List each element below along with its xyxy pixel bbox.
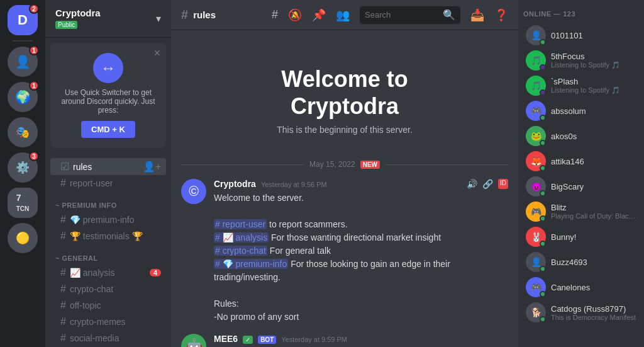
member-item-abssolum[interactable]: 🎮 abssolum	[521, 98, 641, 123]
server-icon-2[interactable]: 🌍 1	[8, 82, 38, 112]
channel-item-report-user[interactable]: # report-user	[50, 175, 166, 191]
member-item-canelones[interactable]: 🎮 Canelones	[521, 275, 641, 300]
server-separator	[13, 40, 33, 42]
member-name-attika146: attika146	[551, 157, 636, 166]
channel-mention-premium-info[interactable]: # 💎 premium-info	[214, 259, 288, 269]
add-member-icon[interactable]: 👤+	[143, 161, 161, 173]
help-icon[interactable]: ❓	[494, 8, 508, 22]
bot-badge: BOT	[258, 336, 276, 344]
channel-item-crypto-chat[interactable]: # crypto-chat	[50, 281, 166, 297]
member-item-attika146[interactable]: 🦊 attika146	[521, 149, 641, 174]
member-name-buzz4693: Buzz4693	[551, 258, 636, 267]
member-status-splash: Listening to Spotify 🎵	[551, 86, 636, 94]
member-status-5thFocus: Listening to Spotify 🎵	[551, 61, 636, 69]
member-item-bunny[interactable]: 🐰 Bunny!	[521, 224, 641, 249]
server-icon-4[interactable]: ⚙️ 3	[8, 152, 38, 183]
member-item-5thFocus[interactable]: 🎵 5thFocus Listening to Spotify 🎵	[521, 48, 641, 73]
welcome-section: Welcome toCryptodra This is the beginnin…	[181, 40, 508, 150]
channel-name-crypto-chat: crypto-chat	[70, 284, 113, 294]
members-online-header: ONLINE — 123	[518, 0, 644, 23]
channel-name-report-user: report-user	[70, 178, 113, 188]
quick-switcher-description: Use Quick Switcher to get around Discord…	[60, 88, 156, 115]
search-bar[interactable]: 🔍	[360, 6, 460, 24]
channel-name-crypto-memes: crypto-memes	[70, 317, 126, 327]
inbox-icon[interactable]: 📥	[470, 8, 484, 22]
member-info-abssolum: abssolum	[551, 106, 636, 116]
channel-item-off-topic[interactable]: # off-topic	[50, 297, 166, 314]
channel-name-analysis: 📈 analysis	[70, 268, 114, 278]
member-item-buzz4693[interactable]: 👤 Buzz4693	[521, 249, 641, 275]
server-icon-3[interactable]: 🎭	[8, 117, 38, 147]
member-info-0101101: 0101101	[551, 31, 636, 40]
hash-icon: #	[60, 333, 66, 344]
hash-icon: ☑	[60, 161, 69, 173]
quick-switcher-shortcut[interactable]: CMD + K	[81, 121, 135, 138]
online-status-dot	[540, 39, 546, 45]
member-name-bunny: Bunny!	[551, 232, 636, 242]
member-info-bigscary: BigScary	[551, 182, 636, 191]
hash-icon: #	[181, 8, 188, 22]
avatar-cryptodra: ©	[181, 179, 206, 204]
channel-mention-crypto-chat[interactable]: # crypto-chat	[214, 246, 267, 256]
server-badge-4: 3	[29, 151, 39, 161]
online-status-dot-abssolum	[540, 115, 546, 121]
main-header: # rules # 🔕 📌 👥 🔍 📥 ❓	[171, 0, 518, 30]
member-name-catdogs: Catdogs (Russ8797)	[551, 304, 636, 314]
member-info-bunny: Bunny!	[551, 232, 636, 242]
hash-icon: #	[60, 230, 66, 242]
mute-icon[interactable]: 🔕	[288, 8, 302, 22]
server-name-header[interactable]: Cryptodra Public ▾	[45, 0, 171, 38]
avatar-bunny: 🐰	[526, 227, 546, 247]
channel-item-social-media[interactable]: # social-media	[50, 330, 166, 346]
server-icon-discord[interactable]: D 2	[8, 5, 38, 35]
chat-area: Welcome toCryptodra This is the beginnin…	[171, 30, 518, 347]
member-info-akos0s: akos0s	[551, 132, 636, 141]
category-general: ~ GENERAL	[45, 244, 171, 265]
hash-icon: #	[60, 267, 66, 278]
member-item-bigscary[interactable]: 😈 BigScary	[521, 174, 641, 199]
pin-icon[interactable]: 📌	[312, 8, 326, 22]
message-action-icons: 🔊 🔗 ID	[467, 179, 508, 189]
id-icon[interactable]: ID	[498, 179, 508, 189]
link-icon[interactable]: 🔗	[482, 179, 493, 189]
channel-item-testimonials[interactable]: # 🏆 testimonials 🏆	[50, 228, 166, 244]
channel-mention-analysis[interactable]: # 📈 analysis	[214, 232, 269, 242]
avatar-5thFocus: 🎵	[526, 50, 546, 71]
threads-icon[interactable]: #	[272, 8, 278, 21]
member-info-catdogs: Catdogs (Russ8797) This is Democracy Man…	[551, 304, 636, 321]
channel-item-crypto-memes[interactable]: # crypto-memes	[50, 314, 166, 330]
online-status-dot-blitz	[540, 215, 546, 222]
member-name-splash: `sPlash	[551, 77, 636, 86]
quick-switcher-popup: ✕ ↔ Use Quick Switcher to get around Dis…	[50, 43, 166, 148]
close-icon[interactable]: ✕	[153, 48, 161, 58]
message-header-cryptodra: Cryptodra Yesterday at 9:56 PM	[214, 179, 508, 189]
member-item-catdogs[interactable]: 🐕 Catdogs (Russ8797) This is Democracy M…	[521, 300, 641, 325]
online-status-dot-canelones	[540, 291, 546, 297]
member-item-splash[interactable]: 🎵 `sPlash Listening to Spotify 🎵	[521, 73, 641, 98]
volume-icon[interactable]: 🔊	[467, 179, 477, 189]
avatar-catdogs: 🐕	[526, 302, 546, 322]
current-channel-name: rules	[193, 9, 216, 20]
avatar-abssolum: 🎮	[526, 101, 546, 121]
member-item-akos0s[interactable]: 🐸 akos0s	[521, 123, 641, 149]
server-icon-6[interactable]: 🟡	[8, 223, 38, 253]
avatar-attika146: 🦊	[526, 151, 546, 171]
channel-item-rules[interactable]: ☑ rules 👤+	[50, 158, 166, 175]
channel-list: ☑ rules 👤+ # report-user ~ PREMIUM INFO …	[45, 153, 171, 347]
message-text-cryptodra: Welcome to the server. # report-user to …	[214, 191, 508, 324]
online-status-dot-catdogs	[540, 316, 546, 322]
member-info-blitz: Blitz Playing Call of Duty: Black ... 🎮	[551, 203, 636, 220]
member-name-akos0s: akos0s	[551, 132, 636, 141]
channel-mention-report-user[interactable]: # report-user	[214, 219, 267, 229]
server-icon-5[interactable]: 7TCN	[8, 188, 38, 218]
member-item-0101101[interactable]: 👤 0101101	[521, 23, 641, 48]
channel-item-premium-info[interactable]: # 💎 premium-info	[50, 212, 166, 228]
search-input[interactable]	[365, 10, 440, 20]
avatar-0101101: 👤	[526, 25, 546, 45]
hash-icon: #	[60, 316, 66, 327]
channel-item-analysis[interactable]: # 📈 analysis 4	[50, 265, 166, 281]
server-icon-1[interactable]: 👤 1	[8, 47, 38, 77]
member-item-blitz[interactable]: 🎮 Blitz Playing Call of Duty: Black ... …	[521, 199, 641, 224]
members-icon[interactable]: 👥	[336, 8, 350, 22]
members-sidebar: ONLINE — 123 👤 0101101 🎵 5thFocus Listen…	[518, 0, 644, 347]
